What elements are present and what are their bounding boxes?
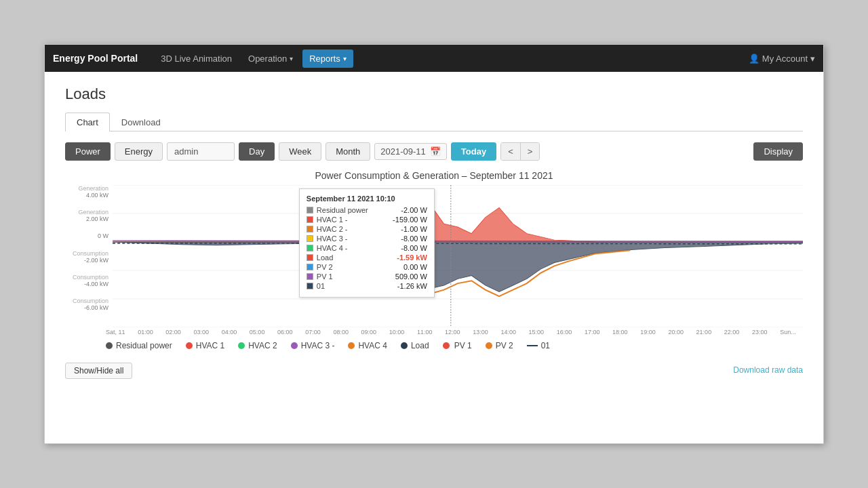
legend-hvac4: HVAC 4 bbox=[348, 341, 387, 350]
legend-hvac3: HVAC 3 - bbox=[291, 341, 335, 350]
legend-dot-residual bbox=[106, 342, 113, 349]
chart-tooltip: September 11 2021 10:10 Residual power -… bbox=[299, 188, 435, 298]
y-label-con3-val: -6.00 kW bbox=[65, 304, 108, 311]
chart-container: Power Consumption & Generation – Septemb… bbox=[65, 170, 803, 379]
legend-dash-01 bbox=[527, 345, 538, 346]
chart-svg bbox=[113, 185, 803, 327]
page-title: Loads bbox=[65, 85, 803, 103]
legend-hvac1: HVAC 1 bbox=[186, 341, 224, 350]
y-axis: Generation 4.00 kW Generation 2.00 kW 0 … bbox=[65, 185, 113, 327]
legend-hvac2: HVAC 2 bbox=[238, 341, 277, 350]
tooltip-swatch-load bbox=[307, 254, 313, 261]
y-label-con2-val: -4.00 kW bbox=[65, 281, 108, 287]
tooltip-swatch-pv2 bbox=[307, 264, 313, 270]
today-button[interactable]: Today bbox=[451, 142, 496, 161]
nav-operation[interactable]: Operation ▾ bbox=[241, 49, 300, 68]
brand-logo: Energy Pool Portal bbox=[53, 53, 138, 64]
legend-load: Load bbox=[401, 341, 429, 350]
main-content: Loads Chart Download Power Energy Day We… bbox=[45, 72, 823, 443]
nav-items: 3D Live Animation Operation ▾ Reports ▾ bbox=[154, 49, 749, 68]
date-picker[interactable]: 2021-09-11 📅 bbox=[374, 143, 447, 160]
y-label-gen2-val: 2.00 kW bbox=[65, 216, 108, 222]
tooltip-row-hvac3: HVAC 3 - -8.00 W bbox=[307, 235, 427, 243]
tooltip-row-hvac2: HVAC 2 - -1.00 W bbox=[307, 225, 427, 233]
legend-dot-pv2 bbox=[486, 342, 492, 349]
tooltip-swatch-hvac1 bbox=[307, 216, 313, 223]
nav-reports[interactable]: Reports ▾ bbox=[302, 49, 353, 68]
admin-input[interactable] bbox=[167, 142, 235, 161]
bottom-bar: Show/Hide all Download raw data bbox=[65, 356, 803, 379]
tooltip-row-hvac1: HVAC 1 - -159.00 W bbox=[307, 216, 427, 224]
date-nav-arrows: < > bbox=[500, 142, 540, 161]
svg-line-6 bbox=[113, 241, 803, 241]
chevron-down-icon: ▾ bbox=[810, 54, 815, 64]
x-axis-labels: Sat, 11 01:00 02:00 03:00 04:00 05:00 06… bbox=[106, 329, 796, 336]
show-hide-button[interactable]: Show/Hide all bbox=[65, 363, 132, 379]
tooltip-swatch-01 bbox=[307, 283, 313, 289]
y-label-con3-cat: Consumption bbox=[65, 298, 108, 304]
legend-dot-hvac4 bbox=[348, 342, 355, 349]
chart-title: Power Consumption & Generation – Septemb… bbox=[65, 170, 803, 181]
legend-dot-hvac3 bbox=[291, 342, 298, 349]
navbar: Energy Pool Portal 3D Live Animation Ope… bbox=[45, 45, 823, 72]
y-label-gen1-cat: Generation bbox=[65, 185, 108, 192]
legend-dot-hvac2 bbox=[238, 342, 245, 349]
tooltip-row-residual: Residual power -2.00 W bbox=[307, 206, 427, 214]
y-label-gen1-val: 4.00 kW bbox=[65, 192, 108, 199]
tooltip-row-pv2: PV 2 0.00 W bbox=[307, 263, 427, 271]
week-button[interactable]: Week bbox=[279, 142, 321, 161]
prev-date-button[interactable]: < bbox=[501, 143, 520, 160]
y-label-zero: 0 W bbox=[65, 232, 108, 239]
chevron-down-icon: ▾ bbox=[343, 55, 347, 62]
legend-dot-load bbox=[401, 342, 408, 349]
month-button[interactable]: Month bbox=[326, 142, 370, 161]
day-button[interactable]: Day bbox=[239, 142, 275, 161]
tooltip-row-hvac4: HVAC 4 - -8.00 W bbox=[307, 244, 427, 252]
tooltip-swatch-hvac2 bbox=[307, 226, 313, 232]
y-label-con1-val: -2.00 kW bbox=[65, 257, 108, 264]
download-link: Download raw data bbox=[733, 365, 803, 375]
y-label-con2-cat: Consumption bbox=[65, 274, 108, 281]
tooltip-row-01: 01 -1.26 kW bbox=[307, 282, 427, 290]
legend-01: 01 bbox=[527, 341, 550, 350]
legend-residual: Residual power bbox=[106, 341, 172, 350]
tooltip-swatch-residual bbox=[307, 207, 313, 214]
legend-pv2: PV 2 bbox=[486, 341, 513, 350]
next-date-button[interactable]: > bbox=[520, 143, 540, 160]
energy-button[interactable]: Energy bbox=[115, 142, 163, 161]
power-button[interactable]: Power bbox=[65, 142, 111, 161]
tab-download[interactable]: Download bbox=[110, 113, 172, 131]
y-label-gen2-cat: Generation bbox=[65, 209, 108, 216]
display-button[interactable]: Display bbox=[753, 142, 803, 161]
tooltip-title: September 11 2021 10:10 bbox=[307, 195, 427, 203]
chart-legend: Residual power HVAC 1 HVAC 2 HVAC 3 - bbox=[106, 341, 803, 350]
chevron-down-icon: ▾ bbox=[290, 55, 293, 62]
tab-bar: Chart Download bbox=[65, 113, 803, 131]
y-label-con1-cat: Consumption bbox=[65, 250, 108, 257]
nav-3d-live[interactable]: 3D Live Animation bbox=[154, 49, 239, 68]
toolbar: Power Energy Day Week Month 2021-09-11 📅… bbox=[65, 142, 803, 161]
legend-dot-hvac1 bbox=[186, 342, 193, 349]
user-icon: 👤 bbox=[749, 54, 760, 64]
svg-line-7 bbox=[113, 243, 803, 244]
tooltip-swatch-hvac3 bbox=[307, 235, 313, 242]
tooltip-rows: Residual power -2.00 W HVAC 1 - -159.00 … bbox=[307, 206, 427, 290]
chart-plot-area: September 11 2021 10:10 Residual power -… bbox=[113, 185, 803, 327]
tooltip-swatch-pv1 bbox=[307, 273, 313, 280]
tab-chart[interactable]: Chart bbox=[65, 113, 110, 131]
tooltip-row-pv1: PV 1 509.00 W bbox=[307, 272, 427, 281]
legend-dot-pv1 bbox=[443, 342, 450, 349]
account-menu[interactable]: 👤 My Account ▾ bbox=[749, 54, 815, 64]
legend-pv1: PV 1 bbox=[443, 341, 472, 350]
calendar-icon[interactable]: 📅 bbox=[430, 146, 441, 157]
download-raw-link[interactable]: Download raw data bbox=[733, 365, 803, 375]
tooltip-row-load: Load -1.59 kW bbox=[307, 253, 427, 262]
tooltip-swatch-hvac4 bbox=[307, 245, 313, 251]
